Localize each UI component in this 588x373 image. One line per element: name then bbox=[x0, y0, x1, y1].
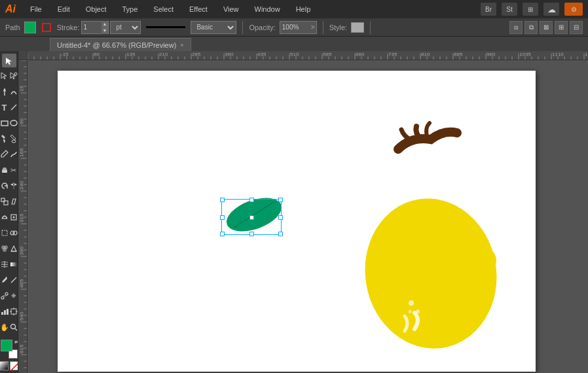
artboard[interactable] bbox=[58, 71, 536, 372]
sel-handle-tr bbox=[278, 198, 283, 202]
type-tool-btn[interactable]: T bbox=[0, 100, 9, 115]
tool-pair-paint bbox=[0, 132, 18, 146]
free-transform-btn[interactable] bbox=[0, 226, 9, 240]
transform-tool-btn[interactable] bbox=[9, 210, 18, 224]
menu-help[interactable]: Help bbox=[292, 4, 315, 14]
menu-file[interactable]: File bbox=[26, 4, 46, 14]
svg-point-43 bbox=[222, 191, 286, 238]
svg-point-49 bbox=[409, 310, 412, 313]
stroke-spinners[interactable]: ▲ ▼ bbox=[101, 21, 109, 34]
symbol-tool-btn[interactable]: ❉ bbox=[9, 289, 18, 303]
hand-tool-btn[interactable]: ✋ bbox=[0, 320, 9, 334]
ellipse-tool-btn[interactable] bbox=[9, 116, 18, 130]
stroke-width-input[interactable] bbox=[82, 22, 101, 33]
warp-tool-btn[interactable] bbox=[0, 210, 9, 224]
align-icons: ⧈ ⧉ ⊠ ⊞ ⊟ bbox=[509, 21, 583, 34]
stroke-swatch-container[interactable] bbox=[40, 21, 53, 34]
mesh-tool-btn[interactable] bbox=[0, 257, 9, 272]
menu-type[interactable]: Type bbox=[119, 4, 142, 14]
sel-handle-bl bbox=[220, 232, 225, 236]
paintbrush-tool-btn[interactable] bbox=[0, 132, 9, 146]
ruler-corner bbox=[18, 51, 28, 60]
divider-1 bbox=[242, 21, 243, 34]
style-swatch[interactable] bbox=[351, 22, 364, 33]
rect-tool-btn[interactable] bbox=[0, 116, 9, 130]
search-icon[interactable]: ⚙ bbox=[564, 3, 583, 16]
perspective-tool-btn[interactable] bbox=[9, 241, 18, 256]
distribute-icon[interactable]: ⊟ bbox=[570, 21, 583, 34]
align-right-icon[interactable]: ⊠ bbox=[540, 21, 553, 34]
pen-tool-btn[interactable] bbox=[0, 84, 9, 99]
style-select[interactable]: Basic bbox=[191, 21, 236, 34]
direct-select-tool-btn[interactable] bbox=[0, 69, 9, 83]
scissors-tool-btn[interactable]: ✂ bbox=[9, 163, 18, 177]
scale-tool-btn[interactable] bbox=[0, 194, 9, 209]
stroke-unit-select[interactable]: ptpxmm bbox=[110, 21, 141, 34]
menu-view[interactable]: View bbox=[219, 4, 243, 14]
smooth-tool-btn[interactable] bbox=[9, 147, 18, 162]
rotate-tool-btn[interactable] bbox=[0, 179, 9, 193]
select-tool-btn[interactable] bbox=[2, 54, 16, 67]
svg-point-46 bbox=[470, 247, 496, 274]
gradient-fill-icon[interactable] bbox=[0, 361, 9, 370]
divider-2 bbox=[323, 21, 323, 34]
cloud-sync-icon[interactable]: ☁ bbox=[543, 3, 559, 16]
blend-tool-btn[interactable] bbox=[0, 289, 9, 303]
pencil-tool-btn[interactable] bbox=[0, 147, 9, 162]
titlebar: Ai File Edit Object Type Select Effect V… bbox=[0, 0, 588, 18]
leaf-element[interactable] bbox=[222, 191, 286, 238]
column-graph-tool-btn[interactable] bbox=[0, 304, 9, 319]
livepaint-tool-btn[interactable] bbox=[0, 241, 9, 256]
measure-tool-btn[interactable] bbox=[9, 273, 18, 287]
svg-rect-32 bbox=[1, 312, 3, 315]
svg-point-47 bbox=[409, 300, 414, 306]
svg-line-28 bbox=[11, 281, 12, 283]
stroke-down-btn[interactable]: ▼ bbox=[101, 27, 109, 34]
menu-edit[interactable]: Edit bbox=[54, 4, 74, 14]
tool-pair-hand-zoom: ✋ bbox=[0, 320, 18, 334]
align-left-icon[interactable]: ⧈ bbox=[509, 21, 523, 34]
stroke-controls: Stroke: ▲ ▼ ptpxmm bbox=[57, 21, 141, 34]
tool-pair-pen bbox=[0, 84, 18, 99]
fill-swatch[interactable] bbox=[24, 22, 36, 33]
tab-close-button[interactable]: × bbox=[180, 42, 183, 48]
svg-line-41 bbox=[15, 329, 17, 330]
zoom-tool-btn[interactable] bbox=[9, 320, 18, 334]
eraser-tool-btn[interactable] bbox=[0, 163, 9, 177]
curvature-tool-btn[interactable] bbox=[9, 84, 18, 99]
menu-effect[interactable]: Effect bbox=[185, 4, 211, 14]
none-fill-icon[interactable] bbox=[10, 361, 19, 370]
svg-point-5 bbox=[12, 140, 16, 143]
shear-tool-btn[interactable] bbox=[9, 194, 18, 209]
align-center-h-icon[interactable]: ⧉ bbox=[524, 21, 538, 34]
svg-marker-9 bbox=[10, 183, 13, 186]
document-tab[interactable]: Untitled-4* @ 66.67% (RGB/Preview) × bbox=[50, 38, 191, 51]
workspace-icon[interactable]: ⊞ bbox=[523, 3, 538, 16]
gradient-tool-btn[interactable] bbox=[9, 257, 18, 272]
opacity-input[interactable] bbox=[280, 22, 310, 33]
stock-icon[interactable]: St bbox=[502, 3, 517, 16]
menu-object[interactable]: Object bbox=[82, 4, 111, 14]
opacity-input-group[interactable]: > bbox=[280, 21, 317, 34]
selection-box bbox=[221, 199, 282, 235]
artboard-tool-btn[interactable] bbox=[9, 304, 18, 319]
line-tool-btn[interactable] bbox=[9, 100, 18, 115]
blob-brush-tool-btn[interactable] bbox=[9, 132, 18, 146]
reflect-tool-btn[interactable] bbox=[9, 179, 18, 193]
bridge-icon[interactable]: Br bbox=[481, 3, 496, 16]
eyedropper-tool-btn[interactable] bbox=[0, 273, 9, 287]
menu-window[interactable]: Window bbox=[251, 4, 284, 14]
style-label: Style: bbox=[329, 24, 348, 31]
svg-rect-6 bbox=[2, 170, 7, 173]
tool-pair-eraser: ✂ bbox=[0, 163, 18, 177]
stroke-up-btn[interactable]: ▲ bbox=[101, 21, 109, 27]
fg-color-swatch[interactable] bbox=[1, 340, 12, 351]
stroke-width-input-group[interactable]: ▲ ▼ bbox=[81, 21, 109, 34]
align-top-icon[interactable]: ⊞ bbox=[555, 21, 568, 34]
stroke-style-preview bbox=[146, 26, 185, 28]
group-select-tool-btn[interactable] bbox=[9, 69, 18, 83]
svg-point-48 bbox=[416, 310, 420, 313]
shapebuilder-tool-btn[interactable] bbox=[9, 226, 18, 240]
opacity-expand-btn[interactable]: > bbox=[310, 24, 316, 31]
menu-select[interactable]: Select bbox=[149, 4, 177, 14]
